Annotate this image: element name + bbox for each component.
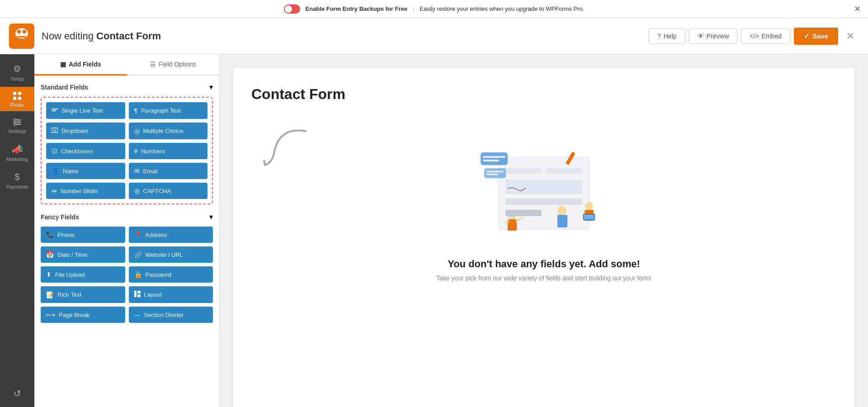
empty-state-title: You don't have any fields yet. Add some! [448, 258, 640, 270]
svg-rect-39 [557, 215, 567, 227]
header-actions: ? Help 👁 Preview </> Embed ✓ Save ✕ [649, 28, 859, 45]
field-btn-website-url[interactable]: 🔗 Website / URL [129, 246, 213, 263]
field-btn-date-time[interactable]: 📅 Date / Time [41, 246, 125, 263]
field-options-icon: ☰ [150, 61, 156, 68]
tab-add-fields[interactable]: ▦ Add Fields [34, 54, 127, 76]
field-btn-name[interactable]: 👤 Name [46, 163, 125, 179]
address-icon: 📍 [134, 231, 142, 238]
svg-rect-24 [546, 168, 582, 174]
dropdown-icon [52, 127, 58, 135]
standard-fields-header[interactable]: Standard Fields ▾ [41, 83, 213, 91]
captcha-icon: ◎ [134, 187, 140, 194]
check-icon: ✓ [804, 32, 810, 40]
field-btn-file-upload[interactable]: ⬆ File Upload [41, 266, 125, 283]
header: Now editing Contact Form ? Help 👁 Previe… [0, 18, 868, 54]
sidebar-item-payments[interactable]: $ Payments [0, 167, 34, 193]
top-banner: Enable Form Entry Backups for Free | Eas… [0, 0, 868, 18]
field-btn-multiple-choice[interactable]: ◎ Multiple Choice [129, 123, 208, 139]
sidebar-item-history[interactable]: ↺ [0, 383, 34, 402]
multiple-choice-icon: ◎ [134, 128, 140, 135]
field-btn-email[interactable]: ✉ Email [129, 163, 208, 179]
fields-icon [13, 91, 22, 100]
preview-button[interactable]: 👁 Preview [689, 28, 738, 44]
date-time-icon: 📅 [46, 251, 54, 258]
svg-point-38 [557, 206, 566, 215]
save-button[interactable]: ✓ Save [794, 28, 838, 45]
svg-rect-43 [584, 214, 594, 220]
settings-icon [13, 118, 22, 127]
svg-rect-20 [137, 291, 141, 293]
svg-rect-29 [483, 160, 499, 161]
name-icon: 👤 [52, 167, 59, 175]
marketing-icon: 📣 [12, 144, 23, 155]
section-divider-icon: — [134, 311, 141, 318]
website-url-icon: 🔗 [134, 251, 142, 258]
svg-point-14 [18, 121, 20, 123]
svg-point-3 [23, 30, 26, 33]
empty-state: You don't have any fields yet. Add some!… [251, 121, 836, 300]
file-upload-icon: ⬆ [46, 271, 52, 278]
svg-rect-18 [52, 128, 58, 133]
collapse-panel-button[interactable]: ‹ [219, 222, 220, 240]
fancy-fields-collapse-icon: ▾ [209, 213, 213, 221]
page-break-icon: ⟼ [46, 311, 55, 318]
standard-fields-grid: Single Line Text ¶ Paragraph Text Dropdo… [41, 97, 213, 204]
field-btn-checkboxes[interactable]: ☑ Checkboxes [46, 143, 125, 159]
field-btn-number-slider[interactable]: ⇔ Number Slider [46, 183, 125, 199]
field-btn-single-line-text[interactable]: Single Line Text [46, 102, 125, 119]
sidebar-item-fields[interactable]: Fields [0, 87, 34, 111]
field-btn-paragraph-text[interactable]: ¶ Paragraph Text [129, 102, 208, 119]
field-btn-section-divider[interactable]: — Section Divider [129, 307, 213, 323]
svg-rect-30 [484, 168, 506, 178]
add-fields-icon: ▦ [60, 61, 66, 68]
field-btn-rich-text[interactable]: 📝 Rich Text [41, 286, 125, 303]
field-btn-dropdown[interactable]: Dropdown [46, 123, 125, 139]
form-card: Contact Form [233, 68, 854, 407]
svg-rect-26 [505, 199, 582, 205]
banner-close-button[interactable]: ✕ [854, 4, 861, 14]
svg-rect-17 [52, 110, 56, 111]
sidebar-item-marketing[interactable]: 📣 Marketing [0, 139, 34, 166]
svg-rect-8 [13, 97, 16, 100]
svg-rect-6 [13, 92, 16, 95]
fancy-fields-header[interactable]: Fancy Fields ▾ [41, 213, 213, 221]
field-btn-phone[interactable]: 📞 Phone [41, 227, 125, 243]
field-btn-layout[interactable]: Layout [129, 286, 213, 303]
history-icon: ↺ [14, 388, 21, 399]
standard-fields-collapse-icon: ▾ [209, 83, 213, 91]
empty-state-illustration [467, 139, 621, 247]
embed-button[interactable]: </> Embed [741, 28, 790, 44]
help-button[interactable]: ? Help [649, 28, 685, 44]
fields-panel: ▦ Add Fields ☰ Field Options Standard Fi… [34, 54, 220, 407]
svg-rect-19 [134, 291, 137, 297]
svg-rect-28 [483, 156, 505, 158]
banner-promo-text: Easily restore your entries when you upg… [420, 5, 584, 12]
single-line-text-icon [52, 107, 58, 114]
field-btn-address[interactable]: 📍 Address [129, 227, 213, 243]
field-btn-page-break[interactable]: ⟼ Page Break [41, 307, 125, 323]
svg-rect-32 [486, 174, 498, 175]
field-btn-password[interactable]: 🔒 Password [129, 266, 213, 283]
sidebar-item-settings[interactable]: Settings [0, 113, 34, 137]
main-layout: ⚙ Setup Fields [0, 54, 868, 407]
panel-content: Standard Fields ▾ Single Line Text ¶ Par… [34, 76, 219, 407]
tab-field-options[interactable]: ☰ Field Options [127, 54, 220, 76]
help-icon: ? [657, 33, 661, 40]
svg-rect-31 [486, 171, 504, 172]
sidebar-item-setup[interactable]: ⚙ Setup [0, 59, 34, 85]
payments-icon: $ [14, 172, 19, 182]
form-canvas: Contact Form [220, 54, 868, 407]
svg-rect-4 [17, 36, 26, 38]
field-btn-captcha[interactable]: ◎ CAPTCHA [129, 183, 208, 199]
setup-icon: ⚙ [13, 63, 21, 74]
svg-rect-23 [505, 168, 542, 174]
svg-rect-7 [18, 92, 21, 95]
field-btn-numbers[interactable]: # Numbers [129, 143, 208, 159]
password-icon: 🔒 [134, 271, 142, 278]
close-button[interactable]: ✕ [842, 30, 859, 42]
form-title: Contact Form [251, 86, 836, 103]
sidebar-bottom: ↺ [0, 383, 34, 407]
fancy-fields-grid: 📞 Phone 📍 Address 📅 Date / Time 🔗 Websit… [41, 227, 213, 323]
backup-toggle[interactable] [284, 5, 300, 14]
svg-rect-27 [481, 152, 508, 165]
